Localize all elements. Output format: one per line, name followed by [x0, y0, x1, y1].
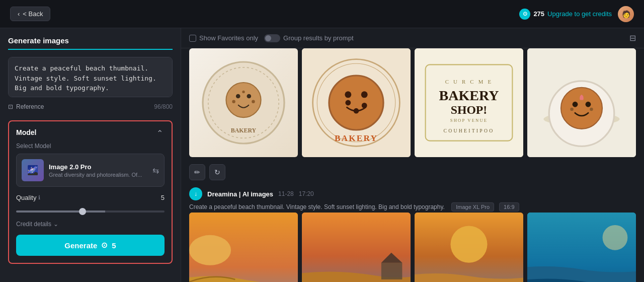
bakery-image-2[interactable]: BAKERY: [302, 48, 411, 157]
favorites-label: Show Favorites only: [199, 34, 258, 42]
model-info: Image 2.0 Pro Great diversity and photor…: [49, 163, 147, 178]
svg-text:C U R C M E: C U R C M E: [445, 79, 493, 85]
prompt-textarea[interactable]: Create a peaceful beach thumbnail. Vinta…: [8, 57, 173, 97]
generate-coin-icon: ⊙: [101, 241, 108, 250]
prompt-footer: ⊡ Reference 96/800: [8, 101, 173, 112]
quality-info-icon: ℹ: [38, 194, 40, 201]
group-prompt-toggle: Group results by prompt: [264, 34, 353, 42]
svg-point-16: [361, 91, 368, 98]
image-content: BAKERY: [181, 48, 644, 282]
reference-icon: ⊡: [8, 103, 13, 110]
svg-text:BAKERY: BAKERY: [335, 133, 378, 143]
char-count: 96/800: [154, 103, 173, 110]
header-right: ⊙ 275 Upgrade to get credits 🧑: [519, 6, 634, 22]
credit-details-label: Credit details: [16, 221, 51, 228]
right-toolbar: Show Favorites only Group results by pro…: [181, 28, 644, 48]
svg-point-17: [345, 100, 351, 106]
svg-point-8: [242, 91, 245, 93]
section-header: Model ⌃: [16, 128, 165, 136]
svg-point-36: [570, 108, 573, 111]
model-desc: Great diversity and photorealism. Of...: [49, 172, 144, 178]
bakery-image-1[interactable]: BAKERY: [189, 48, 298, 157]
panel-title: Generate images: [8, 36, 173, 50]
select-model-label: Select Model: [16, 143, 165, 150]
reference-button[interactable]: ⊡ Reference: [8, 103, 44, 110]
header: ‹ < Back ⊙ 275 Upgrade to get credits 🧑: [0, 0, 644, 28]
session-icon: ↓: [189, 187, 202, 200]
svg-point-33: [573, 102, 578, 107]
session-date: 11-28 17:20: [278, 190, 314, 197]
group-toggle[interactable]: [264, 34, 280, 42]
session-prompt: Create a peaceful beach thumbnail. Vinta…: [189, 203, 636, 210]
svg-text:SHOP VENUE: SHOP VENUE: [450, 118, 488, 123]
section-title: Model: [16, 128, 36, 136]
credits-icon: ⊙: [519, 9, 530, 20]
right-panel: Show Favorites only Group results by pro…: [181, 28, 644, 282]
quality-row: Quality ℹ 5: [16, 194, 165, 201]
reference-label: Reference: [16, 103, 44, 110]
svg-point-18: [362, 103, 367, 108]
quality-value: 5: [161, 194, 165, 201]
svg-text:SHOP!: SHOP!: [451, 103, 488, 116]
model-section: Model ⌃ Select Model 🌌 Image 2.0 Pro Gre…: [8, 120, 173, 264]
edit-button-bakery[interactable]: ✏: [189, 164, 205, 180]
beach-image-4[interactable]: [527, 213, 636, 282]
back-button[interactable]: ‹ < Back: [10, 7, 50, 21]
chevron-up-icon[interactable]: ⌃: [156, 128, 165, 136]
beach-image-1[interactable]: [189, 213, 298, 282]
svg-point-39: [189, 235, 231, 265]
session-name: Dreamina | AI images: [207, 190, 273, 198]
bakery-image-3[interactable]: C U R C M E BAKERY SHOP! SHOP VENUE COUH…: [415, 48, 523, 157]
bakery-image-row: BAKERY: [189, 48, 636, 157]
svg-point-7: [252, 100, 255, 103]
quality-slider[interactable]: [16, 210, 165, 213]
ratio-tag: 16:9: [499, 202, 519, 212]
svg-point-5: [247, 94, 251, 99]
save-images-button[interactable]: ⊟: [629, 33, 636, 43]
svg-point-44: [450, 226, 487, 263]
quality-slider-wrapper: [16, 205, 165, 215]
back-label: < Back: [23, 10, 43, 18]
favorites-filter: Show Favorites only: [189, 34, 258, 42]
beach-image-row: [189, 213, 636, 282]
retry-button-bakery[interactable]: ↻: [209, 164, 225, 180]
left-panel: Generate images Create a peaceful beach …: [0, 28, 181, 282]
model-card[interactable]: 🌌 Image 2.0 Pro Great diversity and phot…: [16, 154, 165, 187]
beach-image-2[interactable]: [302, 213, 411, 282]
upgrade-button[interactable]: Upgrade to get credits: [547, 10, 612, 18]
svg-text:COUHEITIPOO: COUHEITIPOO: [444, 128, 495, 133]
main-layout: Generate images Create a peaceful beach …: [0, 28, 644, 282]
model-tag: Image XL Pro: [451, 202, 494, 212]
avatar[interactable]: 🧑: [618, 6, 634, 22]
svg-text:BAKERY: BAKERY: [231, 127, 257, 134]
svg-rect-42: [381, 263, 403, 279]
toggle-thumb: [265, 35, 271, 41]
svg-point-15: [345, 91, 351, 98]
generate-cost: 5: [112, 241, 116, 250]
generate-button[interactable]: Generate ⊙ 5: [16, 235, 165, 256]
back-icon: ‹: [18, 10, 20, 18]
svg-point-37: [590, 108, 593, 111]
svg-point-4: [236, 94, 240, 99]
svg-point-46: [603, 225, 628, 250]
quality-label: Quality ℹ: [16, 194, 40, 201]
generate-label: Generate: [64, 241, 97, 250]
credits-count: 275: [533, 10, 544, 18]
credit-details[interactable]: Credit details ⌄: [16, 221, 165, 228]
favorites-checkbox[interactable]: [189, 35, 196, 42]
bakery-action-row: ✏ ↻: [189, 161, 636, 183]
svg-point-6: [232, 100, 235, 103]
model-name: Image 2.0 Pro: [49, 163, 147, 171]
credits-badge: ⊙ 275 Upgrade to get credits: [519, 9, 612, 20]
group-label: Group results by prompt: [283, 34, 353, 42]
model-thumbnail: 🌌: [22, 159, 44, 181]
beach-image-3[interactable]: [415, 213, 523, 282]
bakery-image-4[interactable]: [527, 48, 636, 157]
session-row: ↓ Dreamina | AI images 11-28 17:20: [189, 187, 636, 200]
svg-text:BAKERY: BAKERY: [439, 88, 499, 103]
model-settings-icon[interactable]: ⇆: [152, 166, 159, 175]
chevron-down-icon: ⌄: [53, 221, 58, 228]
svg-point-34: [586, 102, 591, 107]
